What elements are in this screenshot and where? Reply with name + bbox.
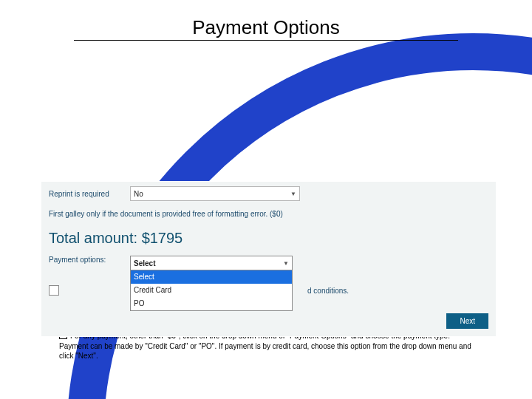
reprint-row: Reprint is required No ▼ (41, 182, 496, 205)
payment-panel: Reprint is required No ▼ First galley on… (41, 181, 497, 337)
reprint-value: No (134, 190, 143, 198)
terms-checkbox[interactable] (49, 285, 59, 296)
payment-options-label: Payment options: (49, 256, 130, 264)
terms-text-fragment: d conditions. (307, 287, 349, 295)
payment-options-dropdown[interactable]: Select ▼ Select Credit Card PO (130, 256, 293, 311)
dropdown-list: Select Credit Card PO (130, 270, 293, 311)
next-button[interactable]: Next (446, 313, 488, 329)
reprint-label: Reprint is required (49, 190, 130, 198)
reprint-select[interactable]: No ▼ (130, 186, 300, 201)
dropdown-option-po[interactable]: PO (131, 297, 292, 310)
chevron-down-icon: ▼ (283, 260, 289, 267)
dropdown-option-select[interactable]: Select (131, 270, 292, 284)
galley-text: First galley only if the document is pro… (41, 205, 496, 222)
dropdown-option-credit-card[interactable]: Credit Card (131, 284, 292, 297)
total-amount: Total amount: $1795 (41, 222, 496, 253)
dropdown-selected-text: Select (134, 259, 155, 267)
page-title: Payment Options (0, 16, 532, 39)
chevron-down-icon: ▼ (290, 191, 296, 197)
dropdown-selected[interactable]: Select ▼ (130, 256, 293, 270)
title-underline (74, 40, 458, 41)
